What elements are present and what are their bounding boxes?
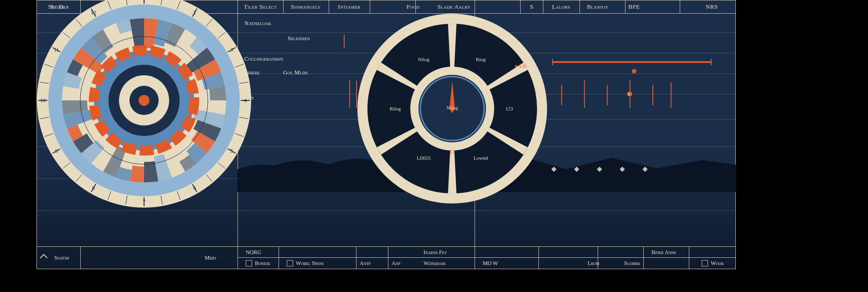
marker-dot-1 <box>632 69 636 73</box>
ftr-worel-label: Worel Nisns <box>296 260 324 267</box>
ftr-norg[interactable]: NORG <box>242 247 279 258</box>
tick <box>607 85 608 105</box>
dial2-seg-label: Rilog <box>390 106 401 111</box>
dial2-seg-label: Lownd <box>474 155 488 161</box>
ftr-arrow[interactable] <box>37 247 51 269</box>
ftr-antp[interactable]: Antp <box>356 258 388 269</box>
ftr-mery[interactable]: Mery <box>201 247 238 269</box>
dial2-seg-label: Nilog <box>418 57 430 62</box>
hdr-blannjy[interactable]: Blannjy <box>579 0 616 13</box>
dial1-mark: 1 <box>143 0 145 2</box>
dial2-seg-label: 123 <box>506 106 513 111</box>
stage: Set Der Scine Tiler Select Sinmangely In… <box>23 0 845 292</box>
dial2-seg-label: LD025 <box>417 155 431 161</box>
radial-dial-right[interactable]: Nilog ⚐ Riog123LowndLD025RilogNilog▸ Lis <box>356 13 548 204</box>
range-bar <box>552 61 712 63</box>
dial1-mark: 9 <box>55 148 58 154</box>
range-cap-left <box>552 59 553 65</box>
box-icon <box>287 260 293 266</box>
ftr-biner[interactable]: Biner Anns <box>648 247 698 258</box>
dial1-mark: 5 <box>230 148 233 154</box>
dial1-mark: 2 <box>193 10 196 16</box>
tick <box>349 80 350 108</box>
hdr-intiamer[interactable]: Intiamer <box>329 0 370 13</box>
radial-dial-left[interactable]: 123456789101112 <box>35 0 253 210</box>
svg-point-9 <box>139 95 150 106</box>
box-icon <box>246 260 252 266</box>
hdr-slade-aalry[interactable]: Slade Aalry <box>434 0 475 13</box>
hdr-nr9[interactable]: NR9 <box>693 0 730 13</box>
dial2-top-mark: ▸ Lis <box>515 63 527 69</box>
tick <box>584 80 585 108</box>
tick <box>671 83 672 108</box>
tick <box>344 35 345 48</box>
tick <box>561 85 562 105</box>
ftr-slomrk[interactable]: Slomrk <box>620 258 657 269</box>
ftr-woor-label: Woor <box>711 260 723 267</box>
ftr-anp[interactable]: Anp <box>388 258 420 269</box>
ftr-wdnebask[interactable]: Wdnebask <box>420 258 470 269</box>
box-icon <box>702 260 708 266</box>
tick <box>630 80 630 108</box>
arrow-up-icon <box>40 254 48 262</box>
dial2-seg-label: Riog <box>476 57 486 62</box>
dial2-center-label: Nilog <box>446 105 458 110</box>
hdr-lalors[interactable]: Lalors <box>543 0 579 13</box>
hdr-sinmangely[interactable]: Sinmangely <box>283 0 329 13</box>
ftr-lbom[interactable]: Lbom <box>584 258 620 269</box>
range-cap-right <box>711 59 712 65</box>
row-gol-mldp: Gol Mldp. <box>283 69 309 76</box>
tick <box>652 85 653 105</box>
dial1-mark: 3 <box>230 47 233 53</box>
dial1-mark: 6 <box>193 185 196 191</box>
dial1-mark: 11 <box>54 47 59 53</box>
dial1-mark: 12 <box>91 10 96 16</box>
ftr-woor[interactable]: Woor <box>698 258 734 269</box>
dial1-mark: 7 <box>143 198 145 205</box>
ftr-snatsh[interactable]: Snatsh <box>51 247 87 269</box>
dial1-mark: 4 <box>244 97 247 104</box>
ftr-inarns[interactable]: Inarns Fey <box>420 247 475 258</box>
ftr-mow[interactable]: MO W <box>479 258 516 269</box>
row-selednen: Selednen <box>288 35 310 42</box>
hdr-s[interactable]: S <box>520 0 543 13</box>
ftr-bonese-label: Bonese <box>255 260 270 267</box>
dial1-mark: 8 <box>92 185 95 191</box>
ftr-worel[interactable]: Worel Nisns <box>283 258 342 269</box>
hdr-bfe[interactable]: BFE <box>620 0 648 13</box>
dial1-mark: 10 <box>40 97 46 104</box>
hdr-food[interactable]: Food <box>397 0 429 13</box>
dial2-flag-icon: ⚐ <box>449 149 455 156</box>
